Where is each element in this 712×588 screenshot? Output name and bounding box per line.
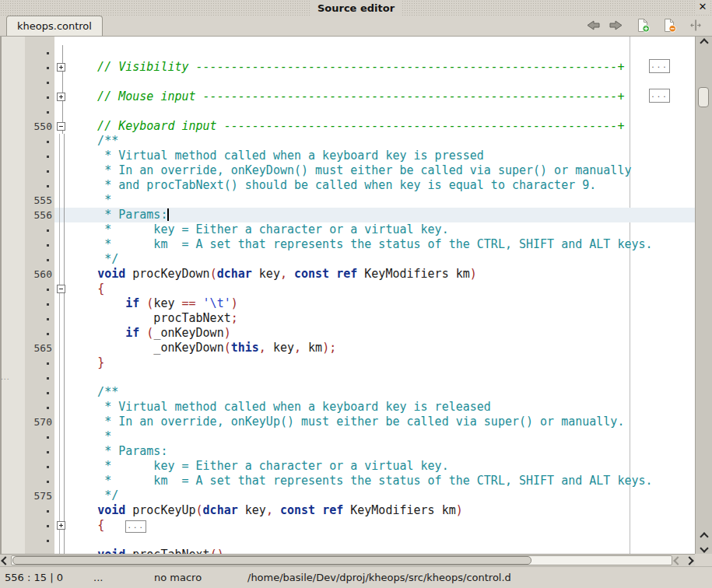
code-text[interactable]: {: [69, 282, 695, 296]
code-text[interactable]: [69, 45, 695, 60]
code-text[interactable]: * Virtual method called when a keyboard …: [69, 149, 695, 163]
code-text[interactable]: /**: [69, 134, 695, 149]
code-line[interactable]: 550 // Keyboard input ------------------…: [0, 119, 695, 134]
tab-kheops-control[interactable]: kheops.control: [6, 16, 103, 36]
code-line[interactable]: if (_onKeyDown): [0, 326, 695, 341]
code-line[interactable]: * km = A set that represents the status …: [0, 237, 695, 252]
code-text[interactable]: procTabNext;: [69, 311, 695, 326]
code-text[interactable]: // Visibility --------------------------…: [69, 60, 695, 75]
code-line[interactable]: 565 _onKeyDown(this, key, km);: [0, 341, 695, 355]
code-line[interactable]: 575 */: [0, 488, 695, 503]
code-text[interactable]: // Mouse input -------------------------…: [69, 89, 695, 104]
code-text[interactable]: void procKeyUp(dchar key, const ref KeyM…: [69, 503, 695, 518]
code-text[interactable]: if (_onKeyDown): [69, 326, 695, 341]
code-line[interactable]: [0, 533, 695, 548]
close-document-button[interactable]: [661, 19, 678, 34]
code-line[interactable]: // Visibility --------------------------…: [0, 60, 695, 75]
code-line[interactable]: * Virtual method called when a keyboard …: [0, 400, 695, 415]
code-line[interactable]: void procKeyUp(dchar key, const ref KeyM…: [0, 503, 695, 518]
code-line[interactable]: procTabNext;: [0, 311, 695, 326]
code-line[interactable]: void procTabNext(): [0, 548, 695, 554]
vertical-scrollbar-thumb[interactable]: [698, 87, 709, 107]
code-text[interactable]: [69, 104, 695, 119]
code-text[interactable]: void procKeyDown(dchar key, const ref Ke…: [69, 267, 695, 282]
code-text[interactable]: */: [69, 488, 695, 503]
code-text[interactable]: *: [69, 429, 695, 444]
code-text[interactable]: * key = Either a character or a virtual …: [69, 222, 695, 237]
scroll-up-button[interactable]: [696, 37, 712, 48]
code-text[interactable]: */: [69, 252, 695, 267]
code-line[interactable]: 570 * In an override, onKeyUp() must eit…: [0, 415, 695, 429]
horizontal-scrollbar[interactable]: [0, 554, 695, 566]
go-back-button[interactable]: [584, 19, 602, 34]
code-line[interactable]: if (key == '\t'): [0, 296, 695, 311]
collapsed-fold-box[interactable]: ...: [125, 520, 146, 533]
close-icon[interactable]: ✕: [696, 1, 709, 13]
code-text[interactable]: * key = Either a character or a virtual …: [69, 459, 695, 474]
code-text[interactable]: [69, 75, 695, 89]
fold-expand-marker[interactable]: [57, 93, 65, 101]
vertical-scrollbar[interactable]: [695, 37, 712, 554]
code-line[interactable]: /**: [0, 385, 695, 400]
code-line[interactable]: }: [0, 355, 695, 370]
code-text[interactable]: if (key == '\t'): [69, 296, 695, 311]
code-line[interactable]: *: [0, 429, 695, 444]
code-line[interactable]: */: [0, 252, 695, 267]
code-line[interactable]: // Mouse input -------------------------…: [0, 89, 695, 104]
code-text[interactable]: * and procTabNext() should be called whe…: [69, 178, 695, 193]
gutter-cell: [0, 444, 54, 459]
scroll-up-button-bottom[interactable]: [696, 530, 712, 542]
code-text[interactable]: * km = A set that represents the status …: [69, 237, 695, 252]
code-line[interactable]: {: [0, 282, 695, 296]
new-document-button[interactable]: [634, 19, 651, 34]
code-line[interactable]: * Params:: [0, 444, 695, 459]
code-text[interactable]: // Keyboard input ----------------------…: [69, 119, 695, 134]
code-text[interactable]: *: [69, 193, 695, 208]
code-line[interactable]: 555 *: [0, 193, 695, 208]
code-line[interactable]: * key = Either a character or a virtual …: [0, 459, 695, 474]
code-line[interactable]: * key = Either a character or a virtual …: [0, 222, 695, 237]
code-line[interactable]: * and procTabNext() should be called whe…: [0, 178, 695, 193]
code-text[interactable]: * km = A set that represents the status …: [69, 474, 695, 488]
code-text[interactable]: * In an override, onKeyDown() must eithe…: [69, 163, 695, 178]
code-line[interactable]: * km = A set that represents the status …: [0, 474, 695, 488]
collapsed-fold-box[interactable]: ...: [649, 59, 670, 73]
code-text[interactable]: * Params:: [69, 444, 695, 459]
code-line[interactable]: [0, 75, 695, 89]
code-line[interactable]: * Virtual method called when a keyboard …: [0, 149, 695, 163]
code-line[interactable]: { ...: [0, 518, 695, 533]
code-text[interactable]: [69, 370, 695, 385]
go-forward-button[interactable]: [608, 19, 625, 34]
code-line[interactable]: /**: [0, 134, 695, 149]
scroll-left-button-right[interactable]: [672, 555, 683, 566]
code-line[interactable]: 556 * Params:: [0, 208, 695, 222]
code-text[interactable]: * In an override, onKeyUp() must either …: [69, 415, 695, 429]
code-line[interactable]: [0, 104, 695, 119]
scroll-left-button[interactable]: [0, 555, 11, 566]
new-document-icon: [636, 18, 651, 36]
code-text[interactable]: * Params:: [69, 208, 695, 222]
fold-expand-marker[interactable]: [57, 521, 65, 530]
code-editor[interactable]: // Visibility --------------------------…: [0, 37, 695, 554]
code-text[interactable]: [69, 533, 695, 548]
code-line[interactable]: [0, 45, 695, 60]
code-text[interactable]: { ...: [69, 518, 695, 533]
code-line[interactable]: * In an override, onKeyDown() must eithe…: [0, 163, 695, 178]
fold-gutter-cell: [54, 533, 69, 548]
fold-collapse-marker[interactable]: [57, 122, 65, 131]
scroll-down-button[interactable]: [696, 542, 712, 554]
code-text[interactable]: }: [69, 355, 695, 370]
fold-expand-marker[interactable]: [57, 63, 65, 72]
title-bar[interactable]: Source editor ✕: [0, 0, 712, 16]
detach-editor-button[interactable]: [687, 19, 704, 34]
collapsed-fold-box[interactable]: ...: [649, 89, 670, 103]
fold-collapse-marker[interactable]: [57, 285, 65, 293]
code-text[interactable]: /**: [69, 385, 695, 400]
code-text[interactable]: void procTabNext(): [69, 548, 695, 554]
code-line[interactable]: ...: [0, 370, 695, 385]
scroll-right-button[interactable]: [684, 555, 695, 566]
horizontal-scrollbar-thumb[interactable]: [12, 556, 531, 565]
code-text[interactable]: _onKeyDown(this, key, km);: [69, 341, 695, 355]
code-text[interactable]: * Virtual method called when a keyboard …: [69, 400, 695, 415]
code-line[interactable]: 560 void procKeyDown(dchar key, const re…: [0, 267, 695, 282]
